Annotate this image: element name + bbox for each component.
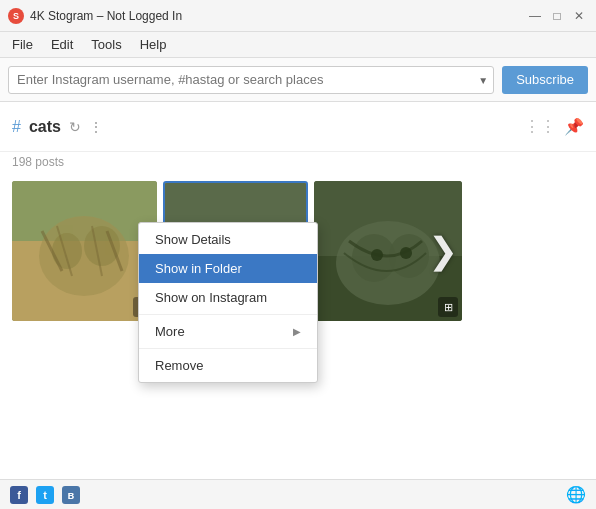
- context-separator-2: [139, 348, 317, 349]
- posts-count-row: 198 posts: [0, 152, 596, 173]
- collection-header: # cats ↻ ⋮ ⋮⋮ 📌: [0, 102, 596, 152]
- image-type-icon-3: ⊞: [444, 301, 453, 314]
- twitter-icon[interactable]: t: [36, 486, 54, 504]
- search-input[interactable]: [8, 66, 494, 94]
- context-remove[interactable]: Remove: [139, 351, 317, 380]
- status-social-icons: f t в: [10, 486, 80, 504]
- collection-title: cats: [29, 118, 61, 136]
- collection-hash-icon: #: [12, 118, 21, 136]
- globe-icon[interactable]: 🌐: [566, 485, 586, 504]
- svg-point-4: [84, 226, 120, 266]
- main-content: # cats ↻ ⋮ ⋮⋮ 📌 198 posts: [0, 102, 596, 479]
- title-bar-left: S 4K Stogram – Not Logged In: [8, 8, 182, 24]
- pin-button[interactable]: 📌: [564, 117, 584, 136]
- context-more[interactable]: More ▶: [139, 317, 317, 346]
- status-bar: f t в 🌐: [0, 479, 596, 509]
- minimize-button[interactable]: —: [526, 7, 544, 25]
- menu-edit[interactable]: Edit: [43, 35, 81, 54]
- posts-count: 198 posts: [12, 155, 64, 169]
- svg-point-21: [371, 249, 383, 261]
- svg-point-3: [52, 233, 82, 269]
- close-button[interactable]: ✕: [570, 7, 588, 25]
- context-show-on-instagram-label: Show on Instagram: [155, 290, 267, 305]
- facebook-icon[interactable]: f: [10, 486, 28, 504]
- refresh-icon[interactable]: ↻: [69, 119, 81, 135]
- menu-tools[interactable]: Tools: [83, 35, 129, 54]
- context-menu: Show Details Show in Folder Show on Inst…: [138, 222, 318, 383]
- vk-icon[interactable]: в: [62, 486, 80, 504]
- maximize-button[interactable]: □: [548, 7, 566, 25]
- collection-menu-button[interactable]: ⋮: [89, 119, 103, 135]
- menu-file[interactable]: File: [4, 35, 41, 54]
- context-show-details-label: Show Details: [155, 232, 231, 247]
- subscribe-button[interactable]: Subscribe: [502, 66, 588, 94]
- image-item-3[interactable]: ❯ ⊞: [314, 181, 462, 321]
- next-image-button[interactable]: ❯: [424, 230, 462, 272]
- image-item-1[interactable]: ⊞: [12, 181, 157, 321]
- collection-actions: ⋮⋮ 📌: [524, 117, 584, 136]
- context-more-label: More: [155, 324, 185, 339]
- context-show-in-folder-label: Show in Folder: [155, 261, 242, 276]
- search-dropdown-arrow[interactable]: ▼: [478, 74, 488, 85]
- window-title: 4K Stogram – Not Logged In: [30, 9, 182, 23]
- app-icon-letter: S: [13, 11, 19, 21]
- context-show-on-instagram[interactable]: Show on Instagram: [139, 283, 317, 312]
- search-input-wrapper: ▼: [8, 66, 494, 94]
- search-bar: ▼ Subscribe: [0, 58, 596, 102]
- context-show-in-folder[interactable]: Show in Folder: [139, 254, 317, 283]
- svg-point-22: [400, 247, 412, 259]
- app-icon: S: [8, 8, 24, 24]
- menu-bar: File Edit Tools Help: [0, 32, 596, 58]
- title-bar-controls: — □ ✕: [526, 7, 588, 25]
- menu-help[interactable]: Help: [132, 35, 175, 54]
- context-remove-label: Remove: [155, 358, 203, 373]
- context-separator-1: [139, 314, 317, 315]
- grid-view-button[interactable]: ⋮⋮: [524, 117, 556, 136]
- image-overlay-3: ⊞: [438, 297, 458, 317]
- context-more-arrow-icon: ▶: [293, 326, 301, 337]
- title-bar: S 4K Stogram – Not Logged In — □ ✕: [0, 0, 596, 32]
- context-show-details[interactable]: Show Details: [139, 225, 317, 254]
